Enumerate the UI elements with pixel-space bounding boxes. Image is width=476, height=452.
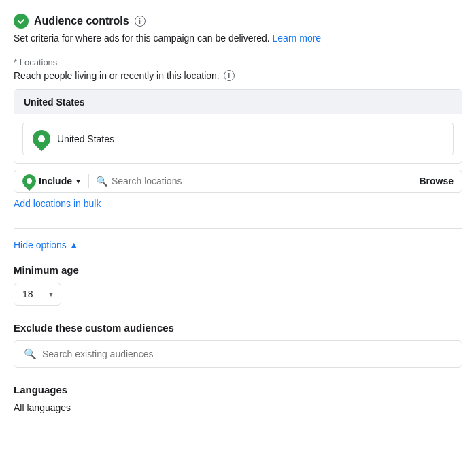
languages-label: Languages (14, 384, 462, 396)
age-select[interactable]: 18 21 25 35 45 55 65 (14, 282, 61, 306)
languages-value: All languages (14, 402, 462, 413)
exclude-audiences-input[interactable] (42, 349, 452, 359)
minimum-age-section: Minimum age 18 21 25 35 45 55 65 ▼ (14, 264, 462, 322)
subtitle: Set criteria for where ads for this camp… (14, 33, 462, 44)
reach-info-icon[interactable]: i (224, 70, 235, 81)
languages-section: Languages All languages (14, 384, 462, 413)
browse-button[interactable]: Browse (419, 176, 454, 187)
page-title: Audience controls (34, 15, 129, 27)
search-divider (88, 174, 89, 188)
add-bulk-link[interactable]: Add locations in bulk (14, 198, 101, 209)
learn-more-link[interactable]: Learn more (273, 33, 322, 44)
hide-options-button[interactable]: Hide options ▲ (14, 240, 79, 251)
age-select-wrapper: 18 21 25 35 45 55 65 ▼ (14, 282, 61, 306)
location-region-header: United States (14, 90, 462, 114)
include-pin-icon (20, 172, 39, 191)
location-search-row: Include ▼ 🔍 Browse (14, 170, 462, 193)
location-box: United States United States (14, 89, 462, 164)
info-icon[interactable]: i (135, 16, 146, 27)
minimum-age-label: Minimum age (14, 264, 462, 276)
pin-icon (29, 127, 54, 152)
location-search-input[interactable] (112, 176, 415, 187)
locations-section: * Locations Reach people living in or re… (14, 57, 462, 220)
search-icon: 🔍 (96, 176, 107, 187)
location-item: United States (22, 123, 454, 155)
exclude-search-icon: 🔍 (24, 348, 37, 360)
exclude-search-box: 🔍 (14, 340, 462, 368)
reach-description: Reach people living in or recently in th… (14, 70, 462, 81)
location-item-name: United States (57, 133, 114, 144)
include-chevron-icon: ▼ (75, 178, 82, 185)
include-button[interactable]: Include ▼ (22, 174, 82, 188)
section-required-label: * Locations (14, 57, 462, 67)
section-divider (14, 228, 462, 229)
header-row: Audience controls i (14, 14, 462, 29)
exclude-audiences-section: Exclude these custom audiences 🔍 (14, 322, 462, 368)
page-container: Audience controls i Set criteria for whe… (14, 14, 462, 413)
exclude-audiences-label: Exclude these custom audiences (14, 322, 462, 334)
check-circle-icon (14, 14, 29, 29)
chevron-up-icon: ▲ (69, 240, 79, 251)
